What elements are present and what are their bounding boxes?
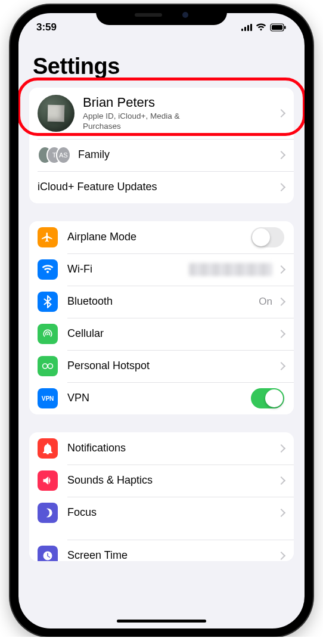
- bluetooth-icon: [38, 292, 58, 312]
- bluetooth-value: On: [259, 296, 272, 308]
- chevron-right-icon: [277, 183, 285, 191]
- chevron-right-icon: [277, 444, 285, 453]
- chevron-right-icon: [277, 476, 285, 485]
- focus-icon: [38, 503, 58, 523]
- wifi-value-redacted: [189, 263, 272, 276]
- row-label: Screen Time: [67, 549, 272, 561]
- chevron-right-icon: [277, 509, 285, 517]
- battery-icon: [270, 23, 287, 32]
- sounds-icon: [38, 470, 58, 491]
- cell-signal-icon: [241, 24, 252, 31]
- chevron-right-icon: [277, 151, 285, 159]
- wifi-row[interactable]: Wi-Fi: [29, 253, 294, 286]
- focus-row[interactable]: Focus: [29, 497, 294, 529]
- svg-point-3: [43, 364, 48, 369]
- chevron-right-icon: [277, 109, 285, 117]
- wifi-settings-icon: [38, 259, 58, 280]
- cellular-icon: [38, 324, 58, 344]
- notifications-icon: [38, 438, 58, 459]
- svg-point-4: [48, 364, 52, 369]
- avatar: [38, 95, 74, 132]
- airplane-mode-row[interactable]: Airplane Mode: [29, 221, 294, 253]
- row-label: Family: [78, 148, 272, 162]
- apple-id-row[interactable]: Brian Peters Apple ID, iCloud+, Media & …: [29, 88, 294, 139]
- account-name: Brian Peters: [83, 95, 272, 110]
- settings-content[interactable]: Settings Brian Peters Apple ID, iCloud+,…: [18, 42, 305, 628]
- row-label: iCloud+ Feature Updates: [38, 181, 272, 194]
- family-avatar: AS: [56, 146, 71, 164]
- icloud-feature-updates-row[interactable]: iCloud+ Feature Updates: [29, 171, 294, 203]
- personal-hotspot-row[interactable]: Personal Hotspot: [29, 350, 294, 382]
- row-label: Sounds & Haptics: [67, 474, 272, 487]
- chevron-right-icon: [277, 265, 285, 274]
- account-section: Brian Peters Apple ID, iCloud+, Media & …: [29, 88, 294, 203]
- notifications-row[interactable]: Notifications: [29, 432, 294, 465]
- front-camera: [182, 12, 188, 18]
- row-label: Personal Hotspot: [67, 360, 272, 373]
- family-row[interactable]: T AS Family: [29, 139, 294, 171]
- row-label: Focus: [67, 506, 272, 519]
- svg-rect-2: [284, 26, 286, 29]
- alerts-section: Notifications Sounds & Haptics Focus: [29, 432, 294, 561]
- screen: 3:59 Settings Brian Peters Apple ID, iCl…: [18, 13, 305, 628]
- svg-rect-1: [272, 25, 282, 30]
- notch: [96, 5, 227, 25]
- row-label: Bluetooth: [67, 295, 254, 308]
- vpn-row[interactable]: VPN VPN: [29, 382, 294, 414]
- family-avatars: T AS: [38, 146, 71, 164]
- sounds-row[interactable]: Sounds & Haptics: [29, 465, 294, 497]
- bluetooth-row[interactable]: Bluetooth On: [29, 286, 294, 318]
- row-label: Notifications: [67, 442, 272, 455]
- connectivity-section: Airplane Mode Wi-Fi Bluetooth O: [29, 221, 294, 414]
- device-frame: 3:59 Settings Brian Peters Apple ID, iCl…: [10, 5, 313, 637]
- status-time: 3:59: [36, 21, 57, 33]
- cellular-row[interactable]: Cellular: [29, 318, 294, 350]
- page-title: Settings: [33, 54, 290, 79]
- screen-time-row[interactable]: Screen Time: [29, 540, 294, 561]
- chevron-right-icon: [277, 362, 285, 370]
- vpn-icon: VPN: [38, 388, 58, 408]
- vpn-toggle[interactable]: [251, 388, 284, 408]
- row-label: Airplane Mode: [67, 231, 251, 244]
- screentime-icon: [38, 546, 58, 561]
- row-label: Cellular: [67, 327, 272, 340]
- airplane-icon: [38, 227, 58, 247]
- speaker-grille: [135, 13, 162, 17]
- status-right: [241, 23, 287, 32]
- airplane-toggle[interactable]: [251, 227, 284, 247]
- chevron-right-icon: [277, 330, 285, 338]
- home-indicator[interactable]: [117, 620, 206, 623]
- chevron-right-icon: [277, 552, 285, 560]
- row-label: VPN: [67, 392, 251, 405]
- chevron-right-icon: [277, 298, 285, 306]
- wifi-icon: [256, 23, 266, 32]
- row-label: Wi-Fi: [67, 263, 189, 276]
- avatar-cube-icon: [48, 105, 64, 122]
- account-subtitle: Apple ID, iCloud+, Media & Purchases: [83, 112, 208, 132]
- hotspot-icon: [38, 356, 58, 376]
